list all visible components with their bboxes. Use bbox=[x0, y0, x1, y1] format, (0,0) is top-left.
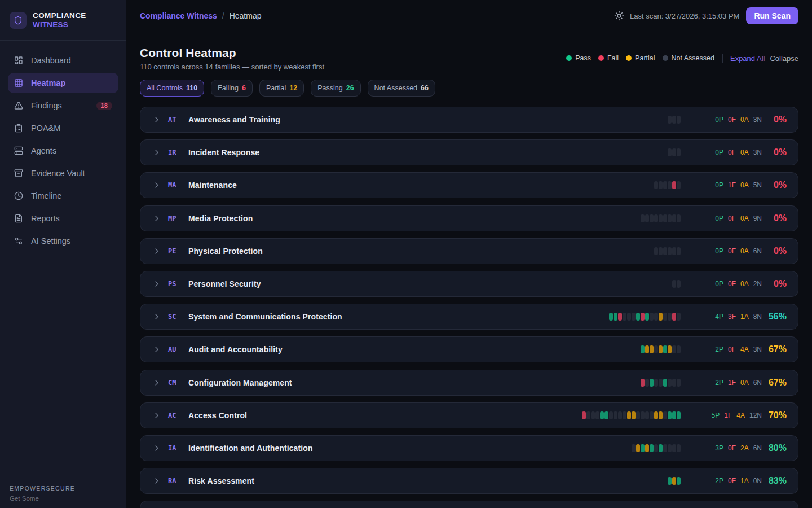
family-row-ir[interactable]: IRIncident Response0P0F0A3N0% bbox=[140, 139, 798, 165]
control-cell[interactable] bbox=[659, 214, 663, 222]
control-cell[interactable] bbox=[668, 181, 672, 189]
control-cell[interactable] bbox=[668, 148, 672, 156]
control-cell[interactable] bbox=[663, 411, 667, 419]
control-cell[interactable] bbox=[586, 411, 590, 419]
control-cell[interactable] bbox=[677, 313, 681, 321]
control-cell[interactable] bbox=[650, 345, 654, 353]
family-row-ia[interactable]: IAIdentification and Authentication3P0F2… bbox=[140, 435, 798, 461]
control-cell[interactable] bbox=[641, 345, 645, 353]
control-cell[interactable] bbox=[663, 181, 667, 189]
control-cell[interactable] bbox=[672, 214, 676, 222]
control-cell[interactable] bbox=[668, 247, 672, 255]
control-cell[interactable] bbox=[609, 411, 613, 419]
control-cell[interactable] bbox=[677, 247, 681, 255]
control-cell[interactable] bbox=[677, 148, 681, 156]
control-cell[interactable] bbox=[641, 214, 645, 222]
control-cell[interactable] bbox=[654, 313, 658, 321]
family-row-ra[interactable]: RARisk Assessment2P0F1A0N83% bbox=[140, 468, 798, 494]
family-row-pe[interactable]: PEPhysical Protection0P0F0A6N0% bbox=[140, 238, 798, 264]
control-cell[interactable] bbox=[623, 411, 626, 419]
control-cell[interactable] bbox=[677, 214, 681, 222]
control-cell[interactable] bbox=[672, 345, 676, 353]
control-cell[interactable] bbox=[668, 345, 672, 353]
control-cell[interactable] bbox=[677, 477, 681, 485]
sidebar-item-heatmap[interactable]: Heatmap bbox=[8, 73, 118, 93]
control-cell[interactable] bbox=[618, 411, 622, 419]
control-cell[interactable] bbox=[663, 379, 667, 387]
control-cell[interactable] bbox=[672, 148, 676, 156]
control-cell[interactable] bbox=[609, 313, 613, 321]
filter-chip-partial[interactable]: Partial12 bbox=[259, 80, 304, 97]
control-cell[interactable] bbox=[672, 477, 676, 485]
sidebar-item-findings[interactable]: Findings18 bbox=[8, 95, 118, 116]
control-cell[interactable] bbox=[668, 313, 672, 321]
sidebar-item-timeline[interactable]: Timeline bbox=[8, 186, 118, 206]
control-cell[interactable] bbox=[672, 247, 676, 255]
sun-icon[interactable] bbox=[614, 11, 624, 21]
control-cell[interactable] bbox=[627, 313, 631, 321]
family-row-sc[interactable]: SCSystem and Communications Protection4P… bbox=[140, 304, 798, 330]
control-cell[interactable] bbox=[632, 444, 636, 452]
control-cell[interactable] bbox=[677, 379, 681, 387]
control-cell[interactable] bbox=[677, 116, 681, 124]
control-cell[interactable] bbox=[663, 345, 667, 353]
control-cell[interactable] bbox=[582, 411, 586, 419]
control-cell[interactable] bbox=[627, 411, 631, 419]
expand-all-link[interactable]: Expand All bbox=[730, 54, 765, 63]
run-scan-button[interactable]: Run Scan bbox=[746, 7, 798, 24]
control-cell[interactable] bbox=[659, 247, 663, 255]
sidebar-item-dashboard[interactable]: Dashboard bbox=[8, 50, 118, 71]
control-cell[interactable] bbox=[650, 313, 654, 321]
control-cell[interactable] bbox=[654, 411, 658, 419]
sidebar-item-ai-settings[interactable]: AI Settings bbox=[8, 231, 118, 251]
control-cell[interactable] bbox=[668, 477, 672, 485]
control-cell[interactable] bbox=[654, 181, 658, 189]
filter-chip-not-assessed[interactable]: Not Assessed66 bbox=[368, 80, 435, 97]
control-cell[interactable] bbox=[645, 345, 649, 353]
control-cell[interactable] bbox=[672, 379, 676, 387]
control-cell[interactable] bbox=[668, 116, 672, 124]
filter-chip-failing[interactable]: Failing6 bbox=[211, 80, 253, 97]
control-cell[interactable] bbox=[614, 313, 617, 321]
control-cell[interactable] bbox=[663, 444, 667, 452]
collapse-link[interactable]: Collapse bbox=[770, 54, 798, 63]
sidebar-item-evidence-vault[interactable]: Evidence Vault bbox=[8, 163, 118, 183]
control-cell[interactable] bbox=[672, 280, 676, 288]
breadcrumb-root[interactable]: Compliance Witness bbox=[140, 11, 217, 20]
family-row-ps[interactable]: PSPersonnel Security0P0F0A2N0% bbox=[140, 271, 798, 297]
control-cell[interactable] bbox=[591, 411, 595, 419]
control-cell[interactable] bbox=[654, 214, 658, 222]
control-cell[interactable] bbox=[654, 444, 658, 452]
control-cell[interactable] bbox=[645, 313, 649, 321]
family-row-ma[interactable]: MAMaintenance0P1F0A5N0% bbox=[140, 172, 798, 198]
control-cell[interactable] bbox=[645, 379, 649, 387]
control-cell[interactable] bbox=[654, 379, 658, 387]
control-cell[interactable] bbox=[636, 444, 640, 452]
control-cell[interactable] bbox=[654, 345, 658, 353]
control-cell[interactable] bbox=[668, 444, 672, 452]
control-cell[interactable] bbox=[632, 411, 636, 419]
sidebar-item-reports[interactable]: Reports bbox=[8, 208, 118, 229]
sidebar-item-poa-m[interactable]: POA&M bbox=[8, 118, 118, 138]
control-cell[interactable] bbox=[650, 379, 654, 387]
control-cell[interactable] bbox=[663, 247, 667, 255]
family-row-ac[interactable]: ACAccess Control5P1F4A12N70% bbox=[140, 402, 798, 428]
control-cell[interactable] bbox=[663, 313, 667, 321]
control-cell[interactable] bbox=[672, 444, 676, 452]
control-cell[interactable] bbox=[650, 444, 654, 452]
control-cell[interactable] bbox=[659, 345, 663, 353]
control-cell[interactable] bbox=[677, 345, 681, 353]
control-cell[interactable] bbox=[672, 313, 676, 321]
family-row-au[interactable]: AUAudit and Accountability2P0F4A3N67% bbox=[140, 336, 798, 362]
control-cell[interactable] bbox=[668, 379, 672, 387]
control-cell[interactable] bbox=[595, 411, 599, 419]
control-cell[interactable] bbox=[672, 411, 676, 419]
control-cell[interactable] bbox=[600, 411, 604, 419]
control-cell[interactable] bbox=[641, 444, 645, 452]
control-cell[interactable] bbox=[636, 313, 640, 321]
control-cell[interactable] bbox=[659, 444, 663, 452]
control-cell[interactable] bbox=[654, 247, 658, 255]
control-cell[interactable] bbox=[677, 181, 681, 189]
control-cell[interactable] bbox=[650, 214, 654, 222]
control-cell[interactable] bbox=[659, 411, 663, 419]
